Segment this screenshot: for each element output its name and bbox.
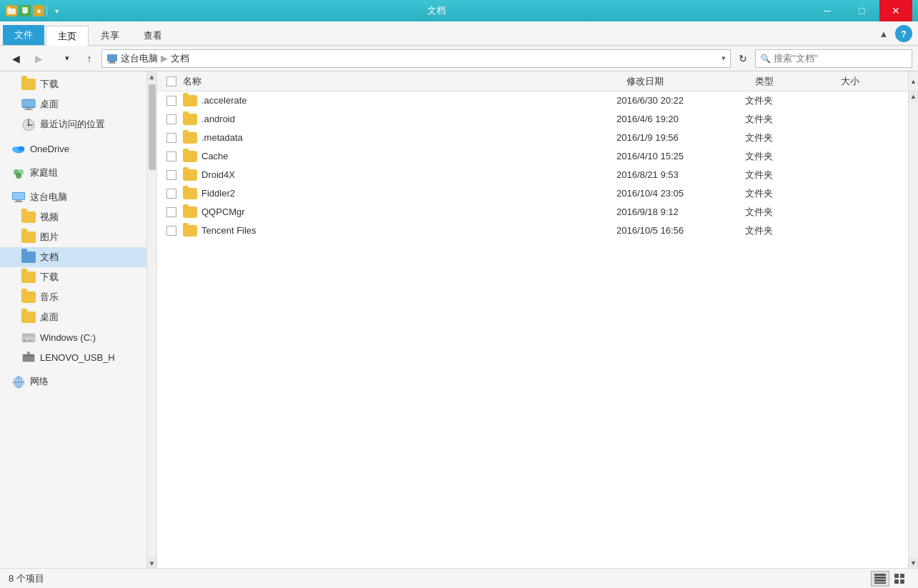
usb-icon — [21, 350, 36, 364]
header-size[interactable]: 大小 — [841, 75, 912, 88]
sidebar-item-picture[interactable]: 图片 — [0, 227, 146, 247]
table-row[interactable]: QQPCMgr 2016/9/18 9:12 文件夹 — [157, 203, 908, 221]
forward-button[interactable]: ▶ — [29, 49, 49, 68]
filelist-header: ▲ 名称 修改日期 类型 大小 — [157, 71, 918, 91]
view-large-button[interactable] — [891, 571, 909, 587]
sidebar-item-video[interactable]: 视频 — [0, 207, 146, 227]
toolbar-icon-star[interactable]: ★ — [33, 5, 44, 16]
sidebar-item-homegroup[interactable]: 家庭组 — [0, 163, 146, 183]
row-checkbox-7[interactable] — [163, 226, 180, 236]
sidebar-item-recent[interactable]: 最近访问的位置 — [0, 114, 146, 134]
sidebar-item-music[interactable]: 音乐 — [0, 287, 146, 307]
close-button[interactable]: ✕ — [879, 0, 912, 21]
path-computer[interactable]: 这台电脑 — [121, 52, 158, 65]
ribbon-tabs: 文件 主页 共享 查看 ▲ ? — [0, 21, 918, 46]
sidebar-item-desktop2[interactable]: 桌面 — [0, 307, 146, 327]
sidebar-item-computer[interactable]: 这台电脑 — [0, 187, 146, 207]
ribbon-collapse-button[interactable]: ▲ — [875, 26, 892, 41]
tab-share[interactable]: 共享 — [89, 25, 131, 45]
scroll-up-arrow[interactable]: ▲ — [147, 71, 157, 81]
filelist-scroll: .accelerate 2016/6/30 20:22 文件夹 .android… — [157, 91, 918, 568]
row-checkbox-5[interactable] — [163, 189, 180, 199]
dropdown-button[interactable]: ▾ — [57, 49, 77, 68]
toolbar-icon-folder[interactable] — [6, 5, 17, 16]
svg-rect-8 — [21, 100, 36, 106]
scroll-down-arrow[interactable]: ▼ — [147, 558, 157, 568]
table-row[interactable]: Tencent Files 2016/10/5 16:56 文件夹 — [157, 221, 908, 240]
header-scrollbar-up[interactable]: ▲ — [908, 71, 918, 91]
checkbox-2[interactable] — [166, 133, 176, 143]
toolbar-icon-save[interactable] — [19, 5, 31, 16]
search-box: 🔍 — [755, 49, 912, 68]
table-row[interactable]: Fiddler2 2016/10/4 23:05 文件夹 — [157, 184, 908, 203]
sidebar-item-network[interactable]: 网络 — [0, 372, 146, 392]
tab-file[interactable]: 文件 — [3, 25, 44, 45]
checkbox-1[interactable] — [166, 114, 176, 124]
search-input[interactable] — [774, 53, 902, 64]
table-row[interactable]: .android 2016/4/6 19:20 文件夹 — [157, 110, 908, 129]
sidebar-item-download[interactable]: 下载 — [0, 74, 146, 94]
computer-icon — [11, 190, 26, 204]
statusbar: 8 个项目 — [0, 568, 918, 588]
table-row[interactable]: Droid4X 2016/8/21 9:53 文件夹 — [157, 166, 908, 184]
select-all-checkbox[interactable] — [166, 76, 176, 86]
up-button[interactable]: ↑ — [80, 49, 99, 68]
file-name-3: Cache — [180, 151, 617, 162]
sidebar-item-onedrive[interactable]: OneDrive — [0, 139, 146, 159]
row-checkbox-3[interactable] — [163, 151, 180, 161]
checkbox-3[interactable] — [166, 151, 176, 161]
file-type-7: 文件夹 — [745, 224, 831, 237]
table-row[interactable]: Cache 2016/4/10 15:25 文件夹 — [157, 147, 908, 166]
svg-rect-36 — [874, 579, 886, 582]
table-row[interactable]: .metadata 2016/1/9 19:56 文件夹 — [157, 129, 908, 147]
sidebar-item-desktop[interactable]: 桌面 — [0, 94, 146, 114]
address-path[interactable]: 这台电脑 ▶ 文档 ▾ — [101, 49, 731, 68]
file-date-7: 2016/10/5 16:56 — [617, 225, 745, 236]
checkbox-5[interactable] — [166, 189, 176, 199]
file-type-1: 文件夹 — [745, 113, 831, 126]
row-checkbox-1[interactable] — [163, 114, 180, 124]
sidebar-scrollbar[interactable]: ▲ ▼ — [146, 71, 156, 568]
scroll-thumb[interactable] — [149, 84, 156, 170]
view-detail-button[interactable] — [871, 571, 889, 587]
tab-home[interactable]: 主页 — [46, 26, 89, 46]
main-layout: 下载 桌面 最近访问的位置 — [0, 71, 918, 568]
help-button[interactable]: ? — [895, 25, 912, 42]
sidebar-item-document[interactable]: 文档 — [0, 247, 146, 267]
folder-icon — [183, 206, 197, 218]
path-doc[interactable]: 文档 — [171, 52, 189, 65]
checkbox-7[interactable] — [166, 226, 176, 236]
path-sep1: ▶ — [161, 53, 168, 64]
filelist-scrollbar[interactable]: ▲ ▼ — [908, 91, 918, 568]
header-date[interactable]: 修改日期 — [627, 75, 755, 88]
filelist-content: .accelerate 2016/6/30 20:22 文件夹 .android… — [157, 91, 908, 568]
row-checkbox-6[interactable] — [163, 207, 180, 217]
refresh-button[interactable]: ↻ — [734, 49, 752, 68]
checkbox-0[interactable] — [166, 96, 176, 106]
row-checkbox-2[interactable] — [163, 133, 180, 143]
table-row[interactable]: .accelerate 2016/6/30 20:22 文件夹 — [157, 91, 908, 110]
vscroll-down[interactable]: ▼ — [909, 558, 919, 568]
checkbox-6[interactable] — [166, 207, 176, 217]
header-checkbox[interactable] — [163, 76, 180, 86]
vscroll-up[interactable]: ▲ — [909, 91, 919, 101]
path-dropdown[interactable]: ▾ — [722, 54, 726, 63]
minimize-button[interactable]: ─ — [811, 0, 844, 21]
checkbox-4[interactable] — [166, 170, 176, 180]
sidebar-item-download2[interactable]: 下载 — [0, 267, 146, 287]
folder-icon — [183, 151, 197, 162]
quick-access-dropdown[interactable]: ▾ — [51, 6, 61, 16]
drive-c-icon — [21, 330, 36, 344]
network-icon — [11, 374, 26, 389]
restore-button[interactable]: □ — [845, 0, 878, 21]
folder-icon — [183, 169, 197, 181]
tab-view[interactable]: 查看 — [131, 25, 174, 45]
row-checkbox-4[interactable] — [163, 170, 180, 180]
file-name-7: Tencent Files — [180, 225, 617, 236]
row-checkbox-0[interactable] — [163, 96, 180, 106]
sidebar-item-lenovo-usb[interactable]: LENOVO_USB_H — [0, 347, 146, 367]
back-button[interactable]: ◀ — [6, 49, 26, 68]
sidebar-item-windows-c[interactable]: Windows (C:) — [0, 327, 146, 347]
header-type[interactable]: 类型 — [755, 75, 841, 88]
header-name[interactable]: 名称 — [180, 75, 627, 88]
